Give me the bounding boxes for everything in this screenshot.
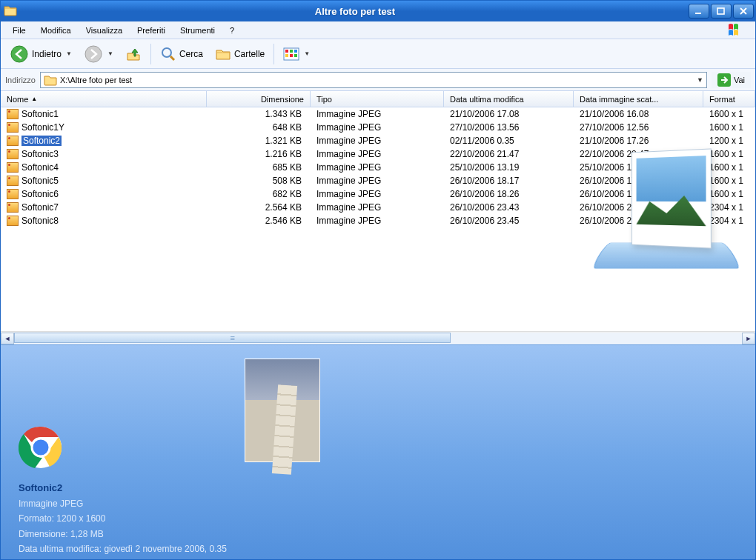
search-button[interactable]: Cerca — [157, 44, 206, 64]
file-name: Softonic6 — [21, 189, 59, 199]
minimize-button[interactable] — [689, 4, 709, 19]
file-type: Immagine JPEG — [311, 149, 444, 159]
scroll-right-button[interactable]: ► — [742, 333, 755, 344]
back-button[interactable]: Indietro ▼ — [7, 43, 75, 65]
address-label: Indirizzo — [5, 76, 36, 84]
chevron-down-icon[interactable]: ▼ — [697, 76, 703, 84]
details-metadata: Softonic2 Immagine JPEG Formato: 1200 x … — [19, 480, 227, 557]
column-formato[interactable]: Format — [703, 91, 755, 107]
column-name[interactable]: Nome▲ — [1, 91, 207, 107]
column-tipo[interactable]: Tipo — [311, 91, 444, 107]
file-type: Immagine JPEG — [311, 122, 444, 133]
details-filename: Softonic2 — [19, 480, 227, 496]
file-date-modified: 26/10/2006 18.17 — [444, 176, 574, 186]
chevron-down-icon[interactable]: ▼ — [304, 50, 310, 57]
folders-label: Cartelle — [234, 49, 265, 59]
file-size: 648 KB — [207, 122, 311, 133]
file-date-modified: 22/10/2006 21.47 — [444, 149, 574, 159]
file-date-taken: 26/10/2006 22.45 — [574, 216, 703, 226]
image-file-icon — [7, 109, 19, 119]
windows-flag-icon[interactable] — [720, 20, 751, 41]
menu-help[interactable]: ? — [222, 23, 242, 38]
details-filetype: Immagine JPEG — [19, 496, 227, 511]
chevron-down-icon[interactable]: ▼ — [107, 50, 113, 57]
scroll-track[interactable] — [14, 333, 742, 344]
file-size: 1.216 KB — [207, 149, 311, 159]
file-date-taken: 26/10/2006 22.43 — [574, 202, 703, 213]
file-name: Softonic3 — [21, 149, 59, 159]
folder-icon — [44, 74, 57, 86]
separator — [150, 44, 151, 64]
sort-asc-icon: ▲ — [31, 96, 37, 102]
svg-point-2 — [11, 46, 27, 62]
file-row[interactable]: Softonic4685 KBImmagine JPEG25/10/2006 1… — [1, 161, 755, 174]
svg-rect-6 — [285, 50, 288, 53]
image-file-icon — [7, 216, 19, 226]
address-bar: Indirizzo X:\Altre foto per test ▼ Vai — [1, 69, 755, 91]
image-file-icon — [7, 202, 19, 213]
scroll-left-button[interactable]: ◄ — [1, 333, 14, 344]
file-date-taken: 26/10/2006 17.17 — [574, 176, 703, 186]
file-name: Softonic8 — [21, 216, 59, 226]
horizontal-scrollbar[interactable]: ◄ ► — [1, 331, 755, 344]
file-format: 1600 x 1 — [703, 149, 755, 159]
column-dimensione[interactable]: Dimensione — [207, 91, 311, 107]
file-row[interactable]: Softonic82.546 KBImmagine JPEG26/10/2006… — [1, 214, 755, 227]
file-size: 1.343 KB — [207, 109, 311, 119]
column-data-modifica[interactable]: Data ultima modifica — [444, 91, 574, 107]
file-row[interactable]: Softonic31.216 KBImmagine JPEG22/10/2006… — [1, 147, 755, 161]
file-name: Softonic4 — [21, 162, 59, 173]
menu-strumenti[interactable]: Strumenti — [173, 23, 222, 38]
file-format: 1600 x 1 — [703, 109, 755, 119]
forward-button[interactable]: ▼ — [81, 43, 116, 65]
title-bar: Altre foto per test — [1, 1, 755, 21]
file-date-modified: 21/10/2006 17.08 — [444, 109, 574, 119]
image-file-icon — [7, 136, 19, 146]
file-format: 1600 x 1 — [703, 189, 755, 199]
folders-button[interactable]: Cartelle — [212, 45, 268, 63]
file-type: Immagine JPEG — [311, 136, 444, 146]
file-row[interactable]: Softonic72.564 KBImmagine JPEG26/10/2006… — [1, 201, 755, 214]
file-name: Softonic5 — [21, 176, 59, 186]
back-label: Indietro — [32, 49, 62, 59]
svg-rect-9 — [285, 54, 288, 57]
details-thumbnail — [245, 359, 320, 462]
file-date-taken: 21/10/2006 17.26 — [574, 136, 703, 146]
image-file-icon — [7, 176, 19, 186]
image-file-icon — [7, 189, 19, 199]
svg-rect-11 — [294, 54, 297, 57]
menu-modifica[interactable]: Modifica — [33, 23, 79, 38]
file-date-taken: 21/10/2006 16.08 — [574, 109, 703, 119]
column-data-immagine[interactable]: Data immagine scat... — [574, 91, 703, 107]
file-date-taken: 26/10/2006 17.26 — [574, 189, 703, 199]
file-row[interactable]: Softonic1Y648 KBImmagine JPEG27/10/2006 … — [1, 121, 755, 134]
menu-preferiti[interactable]: Preferiti — [130, 23, 173, 38]
menu-visualizza[interactable]: Visualizza — [79, 23, 130, 38]
go-button[interactable]: Vai — [712, 72, 751, 88]
svg-rect-7 — [290, 50, 293, 53]
scroll-thumb[interactable] — [14, 333, 451, 343]
file-row[interactable]: Softonic21.321 KBImmagine JPEG02/11/2006… — [1, 134, 755, 147]
file-date-taken: 27/10/2006 12.56 — [574, 122, 703, 133]
up-button[interactable] — [122, 44, 145, 64]
file-format: 2304 x 1 — [703, 216, 755, 226]
file-type: Immagine JPEG — [311, 109, 444, 119]
address-input[interactable]: X:\Altre foto per test ▼ — [40, 72, 707, 88]
maximize-button[interactable] — [711, 4, 732, 19]
file-name: Softonic1Y — [21, 122, 64, 133]
chevron-down-icon[interactable]: ▼ — [66, 50, 72, 57]
file-row[interactable]: Softonic5508 KBImmagine JPEG26/10/2006 1… — [1, 174, 755, 187]
file-type: Immagine JPEG — [311, 202, 444, 213]
file-type: Immagine JPEG — [311, 162, 444, 173]
svg-rect-0 — [695, 13, 701, 14]
application-icon — [19, 425, 63, 470]
views-button[interactable]: ▼ — [280, 46, 313, 62]
file-row[interactable]: Softonic11.343 KBImmagine JPEG21/10/2006… — [1, 107, 755, 121]
window-title: Altre foto per test — [21, 6, 689, 17]
close-button[interactable] — [733, 4, 754, 19]
menu-file[interactable]: File — [5, 23, 33, 38]
file-row[interactable]: Softonic6682 KBImmagine JPEG26/10/2006 1… — [1, 187, 755, 201]
file-name: Softonic1 — [21, 109, 59, 119]
file-list[interactable]: Softonic11.343 KBImmagine JPEG21/10/2006… — [1, 107, 755, 331]
file-format: 1200 x 1 — [703, 136, 755, 146]
